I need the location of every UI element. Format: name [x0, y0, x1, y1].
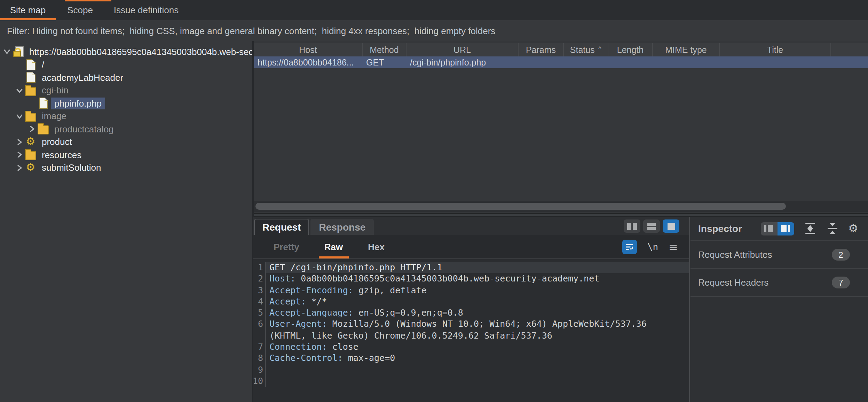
single-pane-layout-button[interactable] — [663, 219, 679, 233]
word-wrap-button[interactable] — [622, 239, 637, 254]
tree-item-resources[interactable]: resources — [0, 148, 252, 161]
tree-item-image[interactable]: image — [0, 110, 252, 123]
pane-right-icon — [781, 225, 787, 232]
chevron-right-icon[interactable] — [14, 151, 25, 159]
sitemap-filter-bar[interactable]: Filter: Hiding not found items; hiding C… — [0, 20, 868, 42]
row-cell-params — [519, 56, 564, 68]
column-header-label: MIME type — [665, 45, 707, 55]
tree-item-productcatalog[interactable]: productcatalog — [0, 123, 252, 136]
inspector-section-label: Request Attributes — [691, 249, 772, 260]
tree-item-site-root[interactable]: https://0a8b00bb04186595c0a41345003b004b… — [0, 45, 252, 58]
tree-item-submitSolution[interactable]: ⚙submitSolution — [0, 161, 252, 174]
request-text-segment: Connection: — [269, 341, 327, 352]
collapse-all-icon — [829, 223, 835, 226]
table-hscrollbar-track[interactable] — [254, 201, 868, 212]
tree-item-product[interactable]: ⚙product — [0, 136, 252, 148]
requests-table-header: HostMethodURLParamsStatus^LengthMIME typ… — [254, 43, 868, 56]
line-number: 2 — [253, 273, 265, 285]
line-content: Host: 0a8b00bb04186595c0a41345003b004b.w… — [265, 273, 689, 285]
view-tab-hex[interactable]: Hex — [364, 235, 389, 258]
request-line: 10 — [253, 376, 689, 387]
table-row[interactable]: https://0a8b00bb04186...GET/cgi-bin/phpi… — [254, 56, 868, 68]
inspector-panel: Inspector — [691, 217, 868, 402]
tree-item-root-path[interactable]: / — [0, 58, 252, 71]
inspector-section-request-attributes[interactable]: Request Attributes2 — [691, 240, 868, 268]
column-header-empty[interactable] — [831, 43, 868, 56]
tree-item-label: https://0a8b00bb04186595c0a41345003b004b… — [26, 46, 252, 58]
line-number: 4 — [253, 296, 265, 308]
request-line: 6User-Agent: Mozilla/5.0 (Windows NT 10.… — [253, 319, 689, 330]
tree-item-label: product — [38, 136, 76, 148]
tab-site-map[interactable]: Site map — [0, 0, 56, 20]
tree-item-label: / — [38, 59, 48, 71]
tab-site-map-label: Site map — [10, 5, 46, 15]
view-tab-pretty: Pretty — [269, 235, 303, 258]
chevron-right-icon[interactable] — [26, 125, 38, 133]
tree-item-label: phpinfo.php — [51, 98, 105, 109]
message-editor-panel: Request Response — [253, 217, 868, 402]
columns-layout-button[interactable] — [624, 219, 640, 233]
column-header-length[interactable]: Length — [608, 43, 653, 56]
tab-response[interactable]: Response — [310, 219, 374, 235]
column-header-method[interactable]: Method — [363, 43, 407, 56]
table-hscrollbar-thumb[interactable] — [255, 203, 786, 210]
column-header-params[interactable]: Params — [519, 43, 564, 56]
request-text-segment: close — [327, 341, 358, 352]
horizontal-splitter[interactable] — [254, 213, 868, 217]
tab-issue-definitions-label: Issue definitions — [114, 5, 179, 15]
collapse-all-button[interactable] — [826, 223, 838, 234]
inspector-pane-left-button[interactable] — [760, 222, 777, 235]
chevron-right-icon[interactable] — [14, 138, 25, 146]
tree-item-academyLabHeader[interactable]: academyLabHeader — [0, 71, 252, 84]
request-text-segment: Accept: — [269, 296, 306, 307]
line-number — [253, 330, 265, 342]
tree-item-cgi-bin[interactable]: cgi-bin — [0, 84, 252, 97]
request-text-segment: Accept-Encoding: — [269, 285, 353, 295]
inspector-section-label: Request Headers — [691, 277, 768, 288]
line-content: GET /cgi-bin/phpinfo.php HTTP/1.1 — [265, 262, 689, 273]
line-content: Connection: close — [265, 341, 689, 353]
hamburger-menu-icon[interactable]: ≡ — [669, 240, 678, 253]
request-line: 7Connection: close — [253, 341, 689, 353]
line-content: Accept-Encoding: gzip, deflate — [265, 285, 689, 296]
chevron-down-icon[interactable] — [1, 48, 13, 56]
request-text-segment: GET /cgi-bin/phpinfo.php HTTP/1.1 — [269, 262, 442, 272]
inspector-section-request-headers[interactable]: Request Headers7 — [691, 268, 868, 297]
line-content — [265, 364, 689, 376]
tab-request[interactable]: Request — [254, 219, 309, 235]
tree-item-label: resources — [38, 149, 85, 161]
column-header-title[interactable]: Title — [720, 43, 831, 56]
expand-all-button[interactable] — [804, 223, 816, 234]
sitemap-tree-panel: https://0a8b00bb04186595c0a41345003b004b… — [0, 41, 252, 402]
row-cell-title — [720, 56, 831, 68]
inspector-header: Inspector — [691, 217, 868, 240]
file-icon — [25, 72, 36, 83]
column-header-mime-type[interactable]: MIME type — [653, 43, 720, 56]
chevron-right-icon[interactable] — [14, 164, 25, 172]
column-header-label: Length — [617, 45, 644, 55]
line-content: Accept-Language: en-US;q=0.9,en;q=0.8 — [265, 307, 689, 319]
column-header-status[interactable]: Status^ — [564, 43, 608, 56]
file-icon — [25, 59, 36, 70]
filter-description-text: Filter: Hiding not found items; hiding C… — [0, 25, 495, 36]
tab-response-label: Response — [319, 222, 365, 233]
line-content — [265, 376, 689, 387]
tab-issue-definitions[interactable]: Issue definitions — [104, 0, 188, 20]
tab-scope[interactable]: Scope — [61, 0, 99, 20]
chevron-down-icon[interactable] — [14, 112, 25, 121]
inspector-sections: Request Attributes2Request Headers7 — [691, 240, 868, 297]
tab-scope-label: Scope — [67, 5, 93, 15]
column-header-url[interactable]: URL — [407, 43, 519, 56]
gear-icon: ⚙ — [25, 162, 36, 173]
rows-layout-button[interactable] — [643, 219, 660, 233]
tree-item-phpinfo-php[interactable]: phpinfo.php — [0, 97, 252, 110]
settings-gear-icon[interactable]: ⚙ — [848, 223, 858, 234]
inspector-pane-right-button[interactable] — [777, 222, 794, 235]
view-tab-raw[interactable]: Raw — [320, 235, 347, 258]
newline-chars-icon[interactable]: \n — [647, 241, 658, 252]
column-header-label: Title — [767, 45, 783, 55]
chevron-down-icon[interactable] — [14, 86, 25, 95]
request-raw-editor[interactable]: 1GET /cgi-bin/phpinfo.php HTTP/1.12Host:… — [253, 258, 689, 402]
column-header-host[interactable]: Host — [254, 43, 363, 56]
rows-layout-icon — [647, 223, 656, 230]
